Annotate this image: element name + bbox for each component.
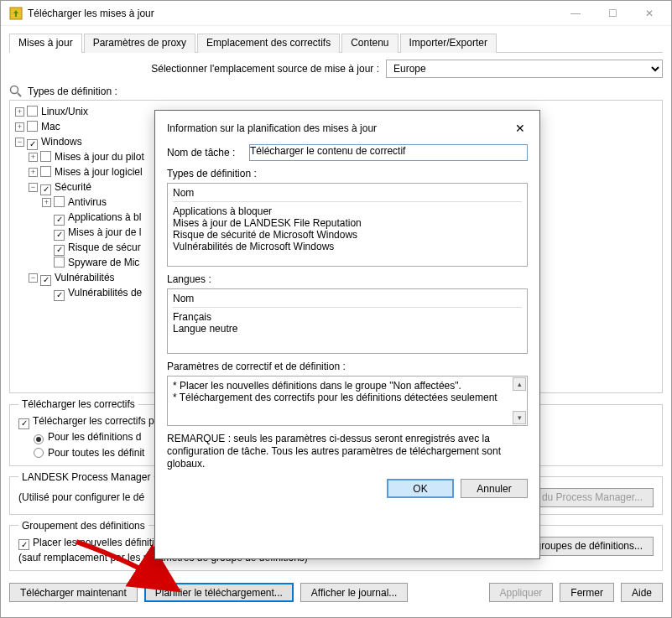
list-item: * Téléchargement des correctifs pour les… — [173, 392, 522, 403]
main-window: Télécharger les mises à jour — ☐ ✕ Mises… — [0, 0, 672, 618]
checkbox[interactable] — [40, 184, 51, 195]
window-title: Télécharger les mises à jour — [28, 8, 557, 19]
checkbox[interactable] — [54, 215, 65, 226]
task-name-label: Nom de tâche : — [167, 147, 249, 158]
checkbox[interactable] — [40, 151, 51, 162]
list-item[interactable]: Mises à jour de LANDESK File Reputation — [173, 217, 522, 229]
source-label: Sélectionner l'emplacement source de mis… — [151, 63, 379, 75]
svg-point-1 — [11, 86, 18, 94]
source-row: Sélectionner l'emplacement source de mis… — [9, 60, 663, 78]
params-label: Paramètres de correctif et de définition… — [167, 361, 528, 372]
tree-node[interactable]: Vulnérabilités de — [68, 287, 142, 299]
types-label: Types de définition : — [167, 168, 528, 179]
langs-label: Langues : — [167, 273, 528, 285]
help-button[interactable]: Aide — [621, 583, 663, 602]
tree-node-linux[interactable]: Linux/Unix — [41, 106, 88, 117]
checkbox[interactable] — [54, 230, 65, 241]
client-area: Mises à jour Paramètres de proxy Emplace… — [1, 26, 671, 617]
langs-listbox[interactable]: Nom Français Langue neutre — [167, 288, 528, 354]
tree-node[interactable]: Mises à jour de l — [68, 226, 141, 238]
dialog-close-button[interactable]: ✕ — [513, 121, 528, 136]
checkbox[interactable] — [54, 257, 65, 267]
tree-node-security[interactable]: Sécurité — [55, 181, 91, 193]
checkbox[interactable] — [40, 275, 51, 286]
tree-node[interactable]: Antivirus — [68, 196, 107, 208]
show-log-button[interactable]: Afficher le journal... — [300, 583, 409, 602]
expand-icon[interactable]: + — [15, 122, 24, 132]
tab-proxy[interactable]: Paramètres de proxy — [84, 34, 195, 53]
dialog-title: Information sur la planification des mis… — [167, 122, 513, 134]
tree-node[interactable]: Mises à jour du pilot — [55, 151, 144, 163]
types-listbox[interactable]: Nom Applications à bloquer Mises à jour … — [167, 183, 528, 267]
list-item[interactable]: Applications à bloquer — [173, 205, 522, 217]
tab-content[interactable]: Contenu — [341, 34, 398, 53]
deftype-label: Types de définition : — [28, 86, 117, 97]
source-select[interactable]: Europe — [386, 60, 663, 78]
place-new-defs-checkbox[interactable] — [18, 539, 29, 550]
dialog-note: REMARQUE : seuls les paramètres ci-dessu… — [167, 433, 528, 470]
tree-node-vuln[interactable]: Vulnérabilités — [55, 272, 115, 283]
download-patches-checkbox[interactable] — [18, 418, 29, 429]
list-item[interactable]: Risque de sécurité de Microsoft Windows — [173, 229, 522, 241]
checkbox[interactable] — [54, 196, 65, 207]
scroll-down-button[interactable]: ▾ — [513, 411, 526, 424]
tab-patchloc[interactable]: Emplacement des correctifs — [197, 34, 340, 53]
deftype-row: Types de définition : — [9, 85, 663, 98]
tab-updates[interactable]: Mises à jour — [9, 34, 82, 53]
ok-button[interactable]: OK — [387, 479, 454, 498]
schedule-info-dialog: Information sur la planification des mis… — [154, 110, 540, 559]
langs-header: Nom — [173, 293, 522, 308]
close-button[interactable]: ✕ — [631, 2, 668, 25]
radio-detected-only[interactable] — [34, 434, 44, 444]
expand-icon[interactable]: + — [29, 168, 38, 177]
minimize-button[interactable]: — — [557, 2, 594, 25]
tree-node[interactable]: Risque de sécur — [68, 241, 141, 253]
tree-node[interactable]: Applications à bl — [68, 211, 141, 223]
cancel-button[interactable]: Annuler — [461, 479, 528, 498]
list-item[interactable]: Français — [173, 311, 522, 323]
list-item[interactable]: Vulnérabilités de Microsoft Windows — [173, 241, 522, 252]
expand-icon[interactable]: + — [15, 107, 24, 117]
params-listbox[interactable]: * Placer les nouvelles définitions dans … — [167, 376, 528, 426]
checkbox[interactable] — [40, 166, 51, 177]
task-name-field[interactable]: Télécharger le contenu de correctif — [249, 144, 528, 161]
tree-node[interactable]: Spyware de Mic — [68, 257, 139, 268]
list-item: * Placer les nouvelles définitions dans … — [173, 380, 522, 392]
collapse-icon[interactable]: − — [29, 183, 38, 192]
schedule-download-button[interactable]: Planifier le téléchargement... — [144, 583, 294, 602]
apply-button[interactable]: Appliquer — [489, 583, 554, 602]
tree-node-mac[interactable]: Mac — [41, 121, 60, 132]
close-main-button[interactable]: Fermer — [560, 583, 614, 602]
checkbox[interactable] — [27, 139, 38, 150]
checkbox[interactable] — [54, 245, 65, 256]
expand-icon[interactable]: + — [42, 198, 51, 207]
tab-import-export[interactable]: Importer/Exporter — [400, 34, 497, 53]
scroll-up-button[interactable]: ▴ — [513, 377, 526, 391]
radio-all-defs[interactable] — [34, 448, 44, 458]
checkbox[interactable] — [27, 106, 38, 117]
expand-icon[interactable]: + — [29, 153, 38, 162]
bottom-bar: Télécharger maintenant Planifier le télé… — [9, 576, 663, 602]
search-icon — [9, 85, 23, 98]
tab-strip: Mises à jour Paramètres de proxy Emplace… — [9, 33, 663, 53]
collapse-icon[interactable]: − — [15, 138, 24, 147]
types-header: Nom — [173, 187, 522, 202]
download-patches-legend: Télécharger les correctifs — [18, 398, 138, 410]
app-icon — [9, 7, 23, 20]
checkbox[interactable] — [54, 290, 65, 301]
maximize-button[interactable]: ☐ — [594, 2, 631, 25]
process-manager-legend: LANDESK Process Manager — [18, 471, 154, 483]
collapse-icon[interactable]: − — [29, 273, 38, 283]
tree-node-windows[interactable]: Windows — [41, 136, 82, 148]
titlebar: Télécharger les mises à jour — ☐ ✕ — [1, 1, 671, 26]
svg-line-2 — [18, 93, 21, 96]
list-item[interactable]: Langue neutre — [173, 323, 522, 335]
tree-node[interactable]: Mises à jour logiciel — [55, 166, 143, 178]
checkbox[interactable] — [27, 121, 38, 132]
download-now-button[interactable]: Télécharger maintenant — [9, 583, 138, 602]
definition-grouping-legend: Groupement des définitions — [18, 520, 148, 532]
